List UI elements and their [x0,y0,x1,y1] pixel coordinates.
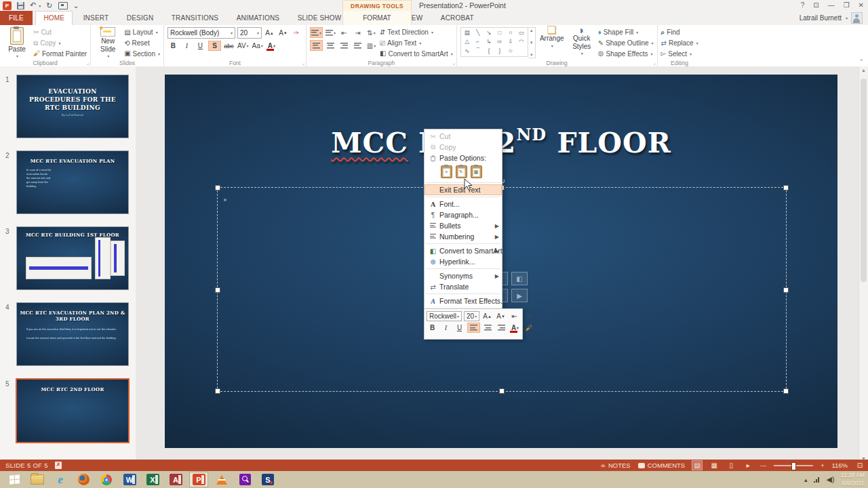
context-menu-translate[interactable]: ⇄Translate [425,281,502,292]
resize-handle-sw[interactable] [215,388,220,394]
mini-shrink-font-button[interactable]: A▼ [495,311,507,321]
ribbon-display-options-button[interactable]: ⊡ [813,1,818,9]
thumbnail-slide-1[interactable]: 1 EVACUATION PROCEDURES FOR THE RTC BUIL… [16,75,129,138]
copy-button[interactable]: ⧉Copy▾ [33,39,87,48]
shape-left-brace-icon[interactable]: { [488,47,490,54]
shape-star-icon[interactable]: ☆ [508,47,513,54]
zoom-slider-thumb[interactable] [791,462,796,470]
strikethrough-button[interactable]: abc [223,41,235,51]
context-menu-format-text-effects[interactable]: AFormat Text Effects... [425,296,502,306]
shape-arrow-line-icon[interactable]: ↘ [486,29,491,36]
layout-button[interactable]: ▤Layout▾ [124,28,160,37]
zoom-level[interactable]: 116% [831,462,848,469]
context-menu-bullets[interactable]: Bullets▶ [425,220,502,231]
justify-button[interactable] [352,41,363,50]
shape-rectangle-icon[interactable]: □ [498,29,501,36]
align-right-button[interactable] [338,41,350,50]
taskbar-clock[interactable]: 11:28 AM 6/9/2015 [841,472,865,487]
resize-handle-e[interactable] [783,287,789,293]
mini-decrease-indent-button[interactable]: ⇤ [509,311,520,321]
thumbnail-slide-4[interactable]: 4 MCC RTC EVACUATION PLAN 2ND & 3RD FLOO… [16,302,129,366]
mini-font-family-combo[interactable]: Rockwell▾ [427,311,462,321]
mini-bold-button[interactable]: B [427,323,438,333]
cut-button[interactable]: ✂Cut [33,28,87,37]
clear-formatting-button[interactable]: ✑ [291,28,302,38]
resize-handle-s[interactable] [499,388,505,394]
thumbnail-slide-5[interactable]: 5 MCC RTC 2ND FLOOR [16,378,130,443]
mini-grow-font-button[interactable]: A▲ [481,311,493,321]
shapes-scroll-down-icon[interactable]: ▼ [530,41,534,45]
help-button[interactable]: ? [801,1,805,9]
zoom-slider[interactable] [774,465,813,466]
bold-button[interactable]: B [167,41,179,51]
shape-effects-button[interactable]: ◍Shape Effects▾ [598,49,654,58]
mini-increase-indent-button[interactable]: ⇥ [522,311,534,321]
character-spacing-button[interactable]: AV▾ [237,41,250,51]
tab-design[interactable]: DESIGN [119,11,161,25]
shape-elbow-arrow-icon[interactable]: ↳ [486,38,491,45]
replace-button[interactable]: ⇄Replace▾ [661,39,698,48]
clipboard-dialog-launcher[interactable]: ⌟ [87,60,89,66]
tab-file[interactable]: FILE [0,11,33,25]
mini-align-left-button[interactable] [467,323,480,333]
spell-check-icon[interactable] [55,462,62,469]
arrange-button[interactable]: ❏ Arrange▾ [538,27,566,58]
thumbnail-slide-2[interactable]: 2 MCC RTC EVACUATION PLAN In case of a n… [16,150,129,214]
shapes-more-icon[interactable]: ▼ [530,53,534,57]
shape-right-arrow-icon[interactable]: ⇨ [497,38,502,45]
font-color-button[interactable]: A▾ [266,41,277,51]
line-spacing-button[interactable]: ⇅▾ [366,28,377,37]
shrink-font-button[interactable]: A▼ [277,28,289,38]
shape-outline-button[interactable]: ✎Shape Outline▾ [598,39,654,48]
shape-line-icon[interactable]: ╲ [476,29,479,36]
collapse-ribbon-icon[interactable]: ⌃ [859,58,864,65]
resize-handle-nw[interactable] [215,185,220,190]
shape-elbow-icon[interactable]: ⌐ [476,38,479,45]
resize-handle-w[interactable] [215,287,220,293]
show-hidden-icons-button[interactable]: ▴ [804,476,808,483]
shape-scribble-icon[interactable]: ⌒ [475,47,481,55]
access-button[interactable]: A [167,472,184,487]
resize-handle-ne[interactable] [783,185,789,190]
resize-handle-se[interactable] [783,388,789,394]
word-button[interactable]: W [121,472,138,487]
mini-format-painter-button[interactable]: 🖌︎ [523,323,534,333]
find-button[interactable]: Find [661,28,698,37]
tab-animations[interactable]: ANIMATIONS [229,11,287,25]
reading-view-button[interactable]: ▯ [726,461,736,470]
shape-rounded-rect-icon[interactable]: ▭ [519,29,524,36]
network-icon[interactable] [814,476,821,483]
slideshow-view-button[interactable]: ▸ [743,461,753,470]
shapes-gallery-scroll[interactable]: ▲ ▼ ▼ [528,27,536,58]
shape-curve-icon[interactable]: ∿ [465,47,469,54]
tab-transitions[interactable]: TRANSITIONS [164,11,226,25]
tab-insert[interactable]: INSERT [76,11,117,25]
mini-align-right-button[interactable] [496,323,507,333]
tab-format[interactable]: FORMAT [342,11,412,25]
context-menu-copy[interactable]: ⧉Copy [425,142,502,152]
paste-use-destination-theme-button[interactable]: ≡ [441,165,452,178]
thumbnail-slide-3[interactable]: 3 MCC RTC BUILDING 1ST FLOOR [16,226,129,290]
shape-textbox-icon[interactable]: ▤ [465,29,470,36]
fit-slide-to-window-button[interactable]: ⊡ [855,461,865,470]
shape-arc-icon[interactable]: ◠ [519,38,524,45]
paragraph-dialog-launcher[interactable]: ⌟ [453,60,455,66]
account-chip[interactable]: Latrail Burnett ▾ [800,12,863,24]
paste-picture-button[interactable]: ▩ [471,165,482,178]
increase-indent-button[interactable]: ⇥ [352,28,363,37]
shapes-gallery[interactable]: ▤ ╲ ↘ □ ○ ▭ △ ⌐ ↳ ⇨ ⇩ ◠ ∿ ⌒ { } ☆ [460,27,528,57]
align-center-button[interactable] [325,41,336,50]
mini-underline-button[interactable]: U [454,323,465,333]
text-direction-button[interactable]: ⇵Text Direction▾ [380,28,453,37]
context-menu-convert-to-smartart[interactable]: ◧Convert to SmartArt▶ [425,245,502,256]
select-button[interactable]: ▻Select▾ [661,49,698,58]
context-menu-synonyms[interactable]: Synonyms▶ [425,270,502,281]
align-text-button[interactable]: ⎚Align Text▾ [380,39,453,48]
align-left-button[interactable] [310,40,323,51]
context-menu-font[interactable]: AFont... [425,199,502,209]
context-menu-exit-edit-text[interactable]: Exit Edit Text [425,184,502,195]
start-button[interactable] [5,472,23,487]
undo-button[interactable]: ↶ ▾ [30,1,41,10]
section-button[interactable]: ▣Section▾ [124,49,160,58]
context-menu-paragraph[interactable]: ¶Paragraph... [425,209,502,220]
